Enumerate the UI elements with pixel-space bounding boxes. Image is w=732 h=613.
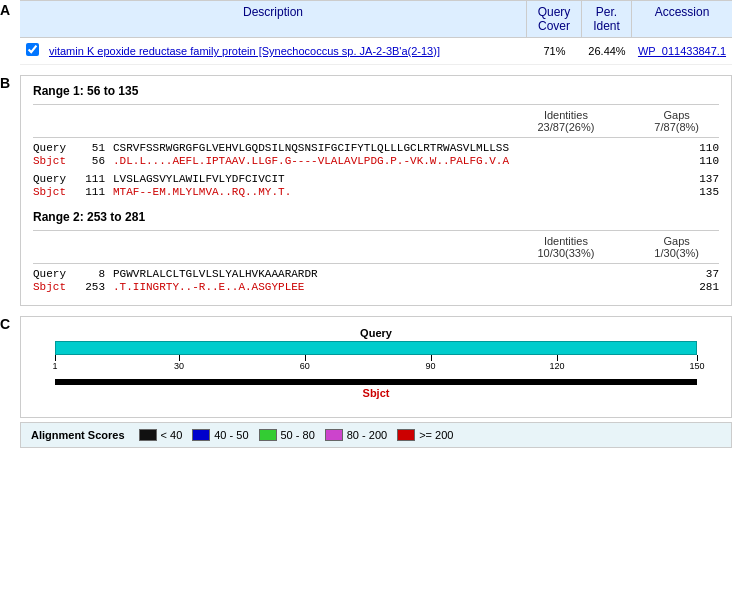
range1-alignment: Query 51 CSRVFSSRWGRGFGLVEHVLGQDSILNQSNS… (33, 142, 719, 167)
legend-label-1: 40 - 50 (214, 429, 248, 441)
alignment-legend: Alignment Scores < 40 40 - 50 50 - 80 80… (20, 422, 732, 448)
col-description-header: Description (20, 1, 527, 37)
gaps-stat-2: Gaps 1/30(3%) (654, 235, 699, 259)
sbjct-seq-2: MTAF--EM.MLYLMVA..RQ..MY.T. (113, 186, 684, 198)
legend-item-2: 50 - 80 (259, 429, 315, 441)
sbjct-label-2: Sbjct (33, 186, 83, 198)
range2-title: Range 2: 253 to 281 (33, 210, 719, 224)
query-label-2: Query (33, 173, 83, 185)
section-c: C Query 1 30 60 90 (0, 314, 732, 448)
align-line-query3: Query 8 PGWVRLALCLTGLVLSLYALHVKAAARARDR … (33, 268, 719, 280)
section-a: A Description QueryCover Per.Ident Acces… (0, 0, 732, 65)
alignment-graphic: Query 1 30 60 90 120 150 (35, 327, 717, 407)
query-graphic-bar (55, 341, 697, 355)
row-description: vitamin K epoxide reductase family prote… (45, 42, 527, 60)
sbjct-seq-3: .T.IINGRTY..-R..E..A.ASGYPLEE (113, 281, 684, 293)
legend-color-1 (192, 429, 210, 441)
legend-item-0: < 40 (139, 429, 183, 441)
legend-color-0 (139, 429, 157, 441)
identities-value-2: 10/30(33%) (537, 247, 594, 259)
query-seq-2: LVSLAGSVYLAWILFVLYDFCIVCIT (113, 173, 684, 185)
range2-alignment: Query 8 PGWVRLALCLTGLVLSLYALHVKAAARARDR … (33, 268, 719, 293)
tick-label-1: 1 (52, 361, 57, 371)
sbjct-graphic-label: Sbjct (35, 387, 717, 399)
gaps-label: Gaps (654, 109, 699, 121)
range1-alignment-2: Query 111 LVSLAGSVYLAWILFVLYDFCIVCIT 137… (33, 173, 719, 198)
col-accession-header: Accession (632, 1, 732, 37)
legend-label-4: >= 200 (419, 429, 453, 441)
section-b: B Range 1: 56 to 135 Identities 23/87(26… (0, 73, 732, 306)
section-b-content: Range 1: 56 to 135 Identities 23/87(26%)… (20, 73, 732, 306)
legend-label-0: < 40 (161, 429, 183, 441)
section-a-label: A (0, 0, 20, 18)
query-seq-1: CSRVFSSRWGRGFGLVEHVLGQDSILNQSNSIFGCIFYTL… (113, 142, 684, 154)
align-line-query2: Query 111 LVSLAGSVYLAWILFVLYDFCIVCIT 137 (33, 173, 719, 185)
description-link[interactable]: vitamin K epoxide reductase family prote… (49, 45, 440, 57)
query-end-1: 110 (684, 142, 719, 154)
query-graphic-label: Query (360, 327, 392, 339)
query-label-1: Query (33, 142, 83, 154)
query-end-3: 37 (684, 268, 719, 280)
sbjct-end-2: 135 (684, 186, 719, 198)
identities-label: Identities (537, 109, 594, 121)
tick-label-120: 120 (550, 361, 565, 371)
gaps-stat: Gaps 7/87(8%) (654, 109, 699, 133)
sbjct-graphic-bar (55, 379, 697, 385)
row-querycover: 71% (527, 45, 582, 57)
sbjct-start-2: 111 (83, 186, 113, 198)
query-label-3: Query (33, 268, 83, 280)
tick-label-90: 90 (426, 361, 436, 371)
sbjct-end-3: 281 (684, 281, 719, 293)
table-header: Description QueryCover Per.Ident Accessi… (20, 0, 732, 38)
range1-title: Range 1: 56 to 135 (33, 84, 719, 98)
query-end-2: 137 (684, 173, 719, 185)
sbjct-seq-1: .DL.L....AEFL.IPTAAV.LLGF.G----VLALAVLPD… (113, 155, 684, 167)
sbjct-start-1: 56 (83, 155, 113, 167)
identities-stat: Identities 23/87(26%) (537, 109, 594, 133)
scale-marks: 1 30 60 90 120 150 (55, 355, 697, 371)
sbjct-end-1: 110 (684, 155, 719, 167)
query-start-2: 111 (83, 173, 113, 185)
row-perident: 26.44% (582, 45, 632, 57)
tick-label-30: 30 (174, 361, 184, 371)
query-start-1: 51 (83, 142, 113, 154)
query-seq-3: PGWVRLALCLTGLVLSLYALHVKAAARARDR (113, 268, 684, 280)
legend-label-2: 50 - 80 (281, 429, 315, 441)
identities-stat-2: Identities 10/30(33%) (537, 235, 594, 259)
legend-label-3: 80 - 200 (347, 429, 387, 441)
query-start-3: 8 (83, 268, 113, 280)
sbjct-label-3: Sbjct (33, 281, 83, 293)
tick-label-150: 150 (689, 361, 704, 371)
identities-label-2: Identities (537, 235, 594, 247)
accession-link[interactable]: WP_011433847.1 (638, 45, 726, 57)
legend-color-4 (397, 429, 415, 441)
gaps-label-2: Gaps (654, 235, 699, 247)
section-c-content: Query 1 30 60 90 120 150 (20, 314, 732, 448)
row-checkbox[interactable] (20, 41, 45, 61)
graphic-box: Query 1 30 60 90 120 150 (20, 316, 732, 418)
result-checkbox[interactable] (26, 43, 39, 56)
gaps-value-2: 1/30(3%) (654, 247, 699, 259)
range2-stats: Identities 10/30(33%) Gaps 1/30(3%) (33, 235, 719, 259)
align-line-query1: Query 51 CSRVFSSRWGRGFGLVEHVLGQDSILNQSNS… (33, 142, 719, 154)
sbjct-start-3: 253 (83, 281, 113, 293)
identities-value: 23/87(26%) (537, 121, 594, 133)
row-accession: WP_011433847.1 (632, 45, 732, 57)
legend-color-2 (259, 429, 277, 441)
section-a-content: Description QueryCover Per.Ident Accessi… (20, 0, 732, 65)
sbjct-label-1: Sbjct (33, 155, 83, 167)
col-perident-header: Per.Ident (582, 1, 632, 37)
section-b-label: B (0, 73, 20, 91)
section-c-label: C (0, 314, 20, 332)
alignment-box: Range 1: 56 to 135 Identities 23/87(26%)… (20, 75, 732, 306)
legend-title: Alignment Scores (31, 429, 125, 441)
tick-label-60: 60 (300, 361, 310, 371)
legend-item-3: 80 - 200 (325, 429, 387, 441)
range1-stats: Identities 23/87(26%) Gaps 7/87(8%) (33, 109, 719, 133)
legend-item-1: 40 - 50 (192, 429, 248, 441)
legend-item-4: >= 200 (397, 429, 453, 441)
align-line-sbjct3: Sbjct 253 .T.IINGRTY..-R..E..A.ASGYPLEE … (33, 281, 719, 293)
col-querycover-header: QueryCover (527, 1, 582, 37)
gaps-value: 7/87(8%) (654, 121, 699, 133)
align-line-sbjct2: Sbjct 111 MTAF--EM.MLYLMVA..RQ..MY.T. 13… (33, 186, 719, 198)
